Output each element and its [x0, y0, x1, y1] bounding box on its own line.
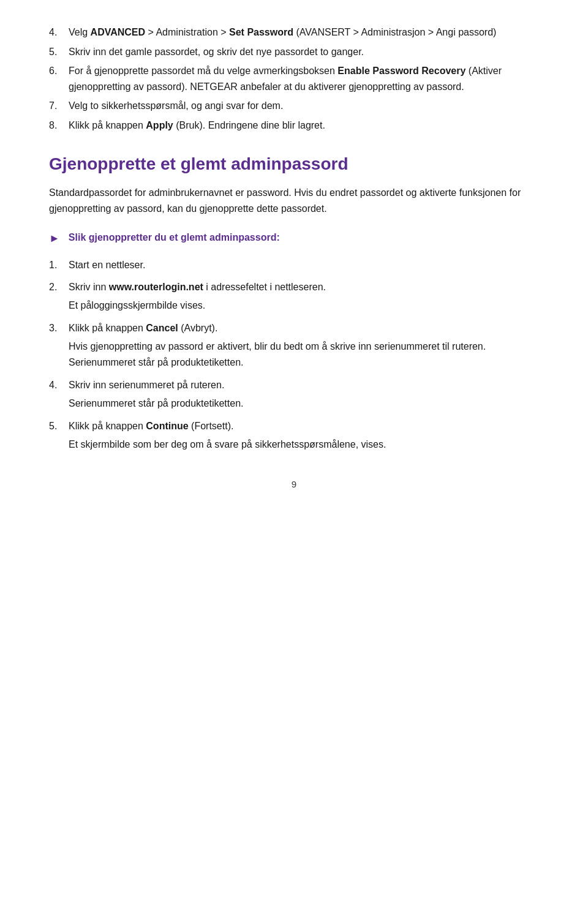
list-item-3: 3. Klikk på knappen Cancel (Avbryt). Hvi… [49, 320, 539, 371]
list-item-5-sub: Et skjermbilde som ber deg om å svare på… [69, 437, 539, 453]
list-item-4: 4. Skriv inn serienummeret på ruteren. S… [49, 377, 539, 412]
list-item-3-main: Klikk på knappen Cancel (Avbryt). [69, 323, 217, 333]
step-6-bold: Enable Password Recovery [337, 66, 466, 76]
page-footer: 9 [49, 477, 539, 492]
step-4-link: Administration [156, 27, 217, 37]
list-item-1-main: Start en nettleser. [69, 260, 145, 270]
list-item-4-num: 4. [49, 377, 62, 393]
list-item-4-main: Skriv inn serienummeret på ruteren. [69, 380, 224, 390]
list-item-2-bold: www.routerlogin.net [109, 282, 203, 292]
list-item-2-content: Skriv inn www.routerlogin.net i adressef… [69, 279, 539, 314]
step-6-number: 6. [49, 63, 64, 94]
numbered-list: 1. Start en nettleser. 2. Skriv inn www.… [49, 257, 539, 453]
list-item-4-sub: Serienummeret står på produktetiketten. [69, 396, 539, 412]
cta-heading: ► Slik gjenoppretter du et glemt adminpa… [49, 230, 539, 247]
list-item-2: 2. Skriv inn www.routerlogin.net i adres… [49, 279, 539, 314]
step-4-suffix: (AVANSERT > Administrasjon > Angi passor… [296, 27, 496, 37]
step-5-text: Skriv inn det gamle passordet, og skriv … [69, 44, 539, 60]
step-5: 5. Skriv inn det gamle passordet, og skr… [49, 44, 539, 60]
list-item-2-num: 2. [49, 279, 62, 295]
list-item-2-main: Skriv inn www.routerlogin.net i adressef… [69, 282, 326, 292]
step-7-number: 7. [49, 98, 64, 114]
step-4-number: 4. [49, 24, 64, 40]
list-item-5: 5. Klikk på knappen Continue (Fortsett).… [49, 418, 539, 453]
list-item-1-num: 1. [49, 257, 62, 273]
cta-heading-text: Slik gjenoppretter du et glemt adminpass… [69, 230, 280, 246]
list-item-5-bold: Continue [146, 421, 188, 431]
list-item-5-num: 5. [49, 418, 62, 434]
page-number: 9 [292, 479, 296, 489]
page-content: 4. Velg ADVANCED > Administration > Set … [49, 24, 539, 492]
step-8-bold: Apply [146, 120, 173, 130]
step-7-text: Velg to sikkerhetsspørsmål, og angi svar… [69, 98, 539, 114]
list-item-4-content: Skriv inn serienummeret på ruteren. Seri… [69, 377, 539, 412]
step-8: 8. Klikk på knappen Apply (Bruk). Endrin… [49, 118, 539, 134]
arrow-icon: ► [49, 230, 60, 247]
step-7: 7. Velg to sikkerhetsspørsmål, og angi s… [49, 98, 539, 114]
step-5-number: 5. [49, 44, 64, 60]
list-item-5-content: Klikk på knappen Continue (Fortsett). Et… [69, 418, 539, 453]
list-item-3-bold: Cancel [146, 323, 178, 333]
list-item-3-content: Klikk på knappen Cancel (Avbryt). Hvis g… [69, 320, 539, 371]
list-item-1-content: Start en nettleser. [69, 257, 539, 273]
list-item-2-sub: Et påloggingsskjermbilde vises. [69, 298, 539, 314]
list-item-3-num: 3. [49, 320, 62, 336]
step-8-text: Klikk på knappen Apply (Bruk). Endringen… [69, 118, 539, 134]
section-heading: Gjenopprette et glemt adminpassord [49, 153, 539, 175]
step-6-text: For å gjenopprette passordet må du velge… [69, 63, 539, 94]
list-item-1: 1. Start en nettleser. [49, 257, 539, 273]
step-4-text: Velg ADVANCED > Administration > Set Pas… [69, 24, 539, 40]
step-4-bold2: Set Password [229, 27, 293, 37]
step-8-number: 8. [49, 118, 64, 134]
step-4: 4. Velg ADVANCED > Administration > Set … [49, 24, 539, 40]
step-8-suffix: (Bruk). Endringene dine blir lagret. [176, 120, 325, 130]
step-4-bold1: ADVANCED [91, 27, 145, 37]
section-para1: Standardpassordet for adminbrukernavnet … [49, 185, 539, 217]
list-item-5-main: Klikk på knappen Continue (Fortsett). [69, 421, 233, 431]
step-6: 6. For å gjenopprette passordet må du ve… [49, 63, 539, 94]
list-item-3-sub: Hvis gjenoppretting av passord er aktive… [69, 339, 539, 371]
